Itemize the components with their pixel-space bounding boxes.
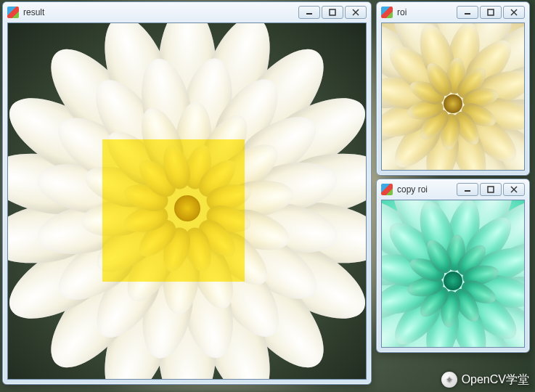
close-button[interactable] [503,6,525,19]
minimize-button[interactable] [457,6,478,19]
minimize-button[interactable] [298,6,320,19]
titlebar-copy-roi[interactable]: copy roi [377,179,529,200]
maximize-button[interactable] [480,183,502,196]
close-button[interactable] [503,183,525,196]
flower-image-copy-roi [382,200,524,347]
app-icon [7,7,19,18]
window-controls [297,6,367,19]
watermark-text: OpenCV学堂 [462,372,529,388]
window-result: result [2,1,372,385]
svg-rect-5 [488,9,494,15]
svg-rect-9 [488,187,494,192]
window-controls [455,183,525,196]
image-canvas-copy-roi [381,200,525,348]
app-icon [381,7,393,18]
titlebar-result[interactable]: result [3,2,371,23]
window-title: roi [397,7,455,17]
flower-image-roi [382,23,524,170]
image-canvas-result [7,23,367,380]
maximize-button[interactable] [322,6,343,19]
minimize-button[interactable] [457,183,478,196]
window-title: result [23,7,297,17]
maximize-button[interactable] [480,6,502,19]
window-copy-roi: copy roi [376,179,530,353]
watermark: ✦ OpenCV学堂 [441,372,529,388]
image-canvas-roi [381,23,525,171]
svg-rect-1 [330,9,335,15]
window-roi: roi [376,1,530,176]
window-controls [455,6,525,19]
close-button[interactable] [345,6,367,19]
roi-overlay-add [102,139,245,282]
window-title: copy roi [397,184,455,195]
chat-icon: ✦ [441,372,457,388]
app-icon [381,184,393,195]
titlebar-roi[interactable]: roi [377,2,529,23]
